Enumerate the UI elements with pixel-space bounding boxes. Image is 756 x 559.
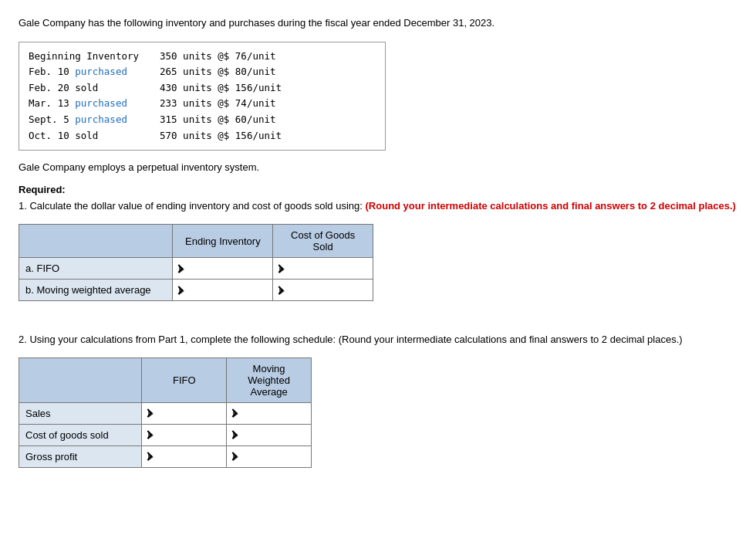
part2-row2-label: Gross profit (19, 446, 142, 467)
inventory-data-3: 233 units @$ 74/unit (160, 96, 376, 112)
inventory-label-5: Oct. 10 sold (29, 128, 160, 144)
required-label: Required: (19, 184, 737, 195)
part2-row1-col2-input[interactable] (227, 424, 312, 446)
part2-red-text: (Round your intermediate calculations an… (339, 334, 683, 345)
part2-question: 2. Using your calculations from Part 1, … (19, 332, 737, 348)
arrow-icon (233, 432, 238, 439)
inventory-label-2: Feb. 20 sold (29, 80, 160, 97)
perpetual-text: Gale Company employs a perpetual invento… (19, 161, 737, 173)
inventory-label-1: Feb. 10 purchased (29, 64, 160, 80)
part1-red-text: (Round your intermediate calculations an… (366, 200, 736, 212)
part2-question-text: 2. Using your calculations from Part 1, … (19, 334, 336, 345)
required-section: Required: 1. Calculate the dollar value … (19, 184, 737, 301)
part2-section: 2. Using your calculations from Part 1, … (19, 332, 737, 468)
table-row: Gross profit (19, 446, 312, 467)
inventory-data-2: 430 units @$ 156/unit (160, 80, 376, 97)
table-row: b. Moving weighted average (19, 280, 373, 301)
part2-col2-header: Moving WeightedAverage (227, 357, 312, 402)
part1-row1-col2-input[interactable] (273, 280, 373, 301)
arrow-icon (279, 287, 285, 295)
part2-row0-label: Sales (19, 402, 142, 424)
part2-row2-col1-input[interactable] (142, 446, 227, 467)
table-row: a. FIFO (19, 258, 373, 280)
inventory-label-4: Sept. 5 purchased (29, 112, 160, 128)
arrow-icon (148, 432, 154, 439)
table-row: Sales (19, 402, 312, 424)
part2-row1-col1-input[interactable] (142, 424, 227, 446)
part2-row1-label: Cost of goods sold (19, 424, 142, 446)
part2-row0-col1-input[interactable] (142, 402, 227, 424)
inventory-data-4: 315 units @$ 60/unit (160, 112, 376, 128)
inventory-row-2: Feb. 20 sold 430 units @$ 156/unit (29, 80, 376, 97)
part2-row2-col2-input[interactable] (227, 446, 312, 467)
part1-row0-col2-input[interactable] (273, 258, 373, 280)
inventory-row-4: Sept. 5 purchased 315 units @$ 60/unit (29, 112, 376, 128)
table-row: Cost of goods sold (19, 424, 312, 446)
part1-table: Ending Inventory Cost of GoodsSold a. FI… (19, 224, 373, 301)
inventory-row-0: Beginning Inventory 350 units @$ 76/unit (29, 49, 376, 65)
part1-row1-label: b. Moving weighted average (19, 280, 173, 301)
arrow-icon (179, 266, 184, 273)
arrow-icon (233, 410, 238, 418)
inventory-row-3: Mar. 13 purchased 233 units @$ 74/unit (29, 96, 376, 112)
arrow-icon (148, 410, 154, 418)
part1-header-blank (19, 225, 173, 258)
part1-row0-label: a. FIFO (19, 258, 173, 280)
arrow-icon (279, 266, 285, 273)
inventory-label-3: Mar. 13 purchased (29, 96, 160, 112)
part2-row0-col2-input[interactable] (227, 402, 312, 424)
part2-col1-header: FIFO (142, 357, 227, 402)
inventory-data-table: Beginning Inventory 350 units @$ 76/unit… (19, 42, 386, 151)
inventory-row-1: Feb. 10 purchased 265 units @$ 80/unit (29, 64, 376, 80)
part1-question-text: 1. Calculate the dollar value of ending … (19, 200, 363, 212)
intro-text: Gale Company has the following inventory… (19, 15, 737, 31)
inventory-data-1: 265 units @$ 80/unit (160, 64, 376, 80)
part1-row1-col1-input[interactable] (173, 280, 273, 301)
inventory-data-0: 350 units @$ 76/unit (160, 49, 376, 65)
part1-question: 1. Calculate the dollar value of ending … (19, 198, 737, 215)
arrow-icon (179, 287, 184, 295)
part1-row0-col1-input[interactable] (173, 258, 273, 280)
part2-header-blank (19, 357, 142, 402)
part1-col2-header: Cost of GoodsSold (273, 225, 373, 258)
inventory-label-0: Beginning Inventory (29, 49, 160, 65)
arrow-icon (233, 453, 238, 461)
part2-table: FIFO Moving WeightedAverage Sales Cost o… (19, 357, 312, 468)
part1-col1-header: Ending Inventory (173, 225, 273, 258)
inventory-data-5: 570 units @$ 156/unit (160, 128, 376, 144)
inventory-row-5: Oct. 10 sold 570 units @$ 156/unit (29, 128, 376, 144)
arrow-icon (148, 453, 154, 461)
